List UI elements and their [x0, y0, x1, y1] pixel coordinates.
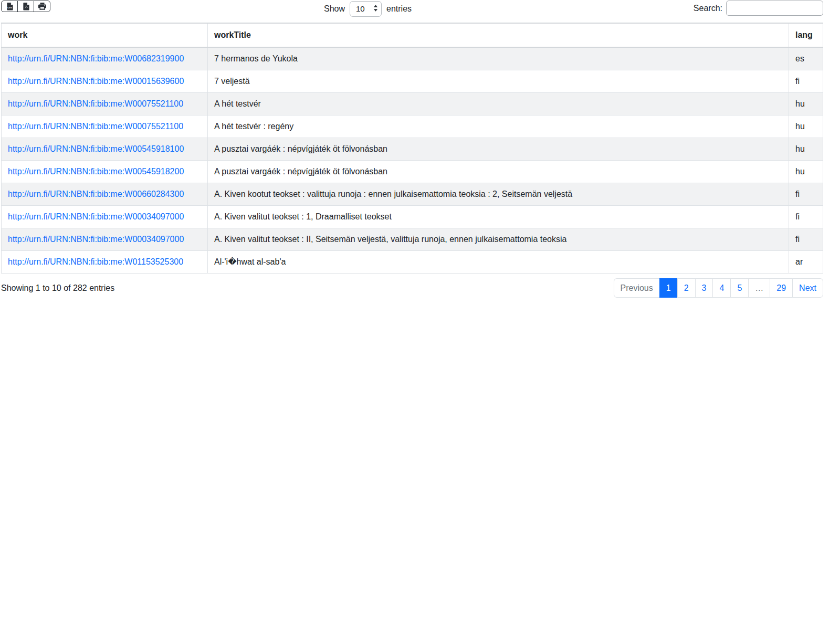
- pagination-next[interactable]: Next: [792, 278, 823, 298]
- print-button[interactable]: [34, 1, 50, 12]
- work-link[interactable]: http://urn.fi/URN:NBN:fi:bib:me:W0003409…: [8, 235, 184, 244]
- column-header-work[interactable]: work: [2, 23, 208, 47]
- lang-cell: hu: [789, 161, 823, 183]
- column-header-lang[interactable]: lang: [789, 23, 823, 47]
- work-cell: http://urn.fi/URN:NBN:fi:bib:me:W0007552…: [2, 93, 208, 116]
- worktitle-cell: A. Kiven valitut teokset : 1, Draamallis…: [208, 206, 789, 228]
- work-link[interactable]: http://urn.fi/URN:NBN:fi:bib:me:W0066028…: [8, 190, 184, 198]
- work-link[interactable]: http://urn.fi/URN:NBN:fi:bib:me:W0007552…: [8, 99, 183, 108]
- table-footer: Showing 1 to 10 of 282 entries Previous1…: [1, 278, 823, 298]
- pagination-previous[interactable]: Previous: [614, 278, 660, 298]
- table-row: http://urn.fi/URN:NBN:fi:bib:me:W0054591…: [2, 138, 823, 161]
- export-button-group: csv: [1, 1, 50, 12]
- column-header-worktitle[interactable]: workTitle: [208, 23, 789, 47]
- work-link[interactable]: http://urn.fi/URN:NBN:fi:bib:me:W0007552…: [8, 122, 183, 131]
- work-cell: http://urn.fi/URN:NBN:fi:bib:me:W0066028…: [2, 183, 208, 206]
- lang-cell: fi: [789, 228, 823, 251]
- worktitle-cell: A. Kiven valitut teokset : II, Seitsemän…: [208, 228, 789, 251]
- pagination-next-item: Next: [793, 278, 823, 298]
- pagination-page-2-item: 2: [678, 278, 696, 298]
- worktitle-cell: 7 veljestä: [208, 70, 789, 93]
- pagination-page-29[interactable]: 29: [770, 278, 793, 298]
- page-length-control: Show 10 entries: [324, 0, 412, 17]
- search-control: Search:: [694, 1, 823, 16]
- export-csv-button[interactable]: csv: [1, 1, 18, 12]
- pagination-page-29-item: 29: [770, 278, 793, 298]
- search-label: Search:: [694, 4, 722, 13]
- pagination-ellipsis-item: …: [749, 278, 770, 298]
- table-row: http://urn.fi/URN:NBN:fi:bib:me:W0007552…: [2, 116, 823, 138]
- table-header: work workTitle lang: [2, 23, 823, 47]
- lang-cell: hu: [789, 93, 823, 116]
- table-body: http://urn.fi/URN:NBN:fi:bib:me:W0068231…: [2, 47, 823, 274]
- table-row: http://urn.fi/URN:NBN:fi:bib:me:W0007552…: [2, 93, 823, 116]
- datatable-container: csv: [1, 0, 823, 298]
- lang-cell: ar: [789, 251, 823, 274]
- worktitle-cell: A pusztai vargáék : népvígjáték öt fölvo…: [208, 138, 789, 161]
- worktitle-cell: Al-'i�hwat al-sab'a: [208, 251, 789, 274]
- work-link[interactable]: http://urn.fi/URN:NBN:fi:bib:me:W0054591…: [8, 144, 184, 153]
- search-input[interactable]: [726, 1, 823, 16]
- lang-cell: fi: [789, 206, 823, 228]
- work-link[interactable]: http://urn.fi/URN:NBN:fi:bib:me:W0001563…: [8, 77, 184, 86]
- worktitle-cell: 7 hermanos de Yukola: [208, 47, 789, 70]
- svg-text:csv: csv: [7, 6, 12, 9]
- pagination-page-3-item: 3: [696, 278, 713, 298]
- entries-info-text: Showing 1 to 10 of 282 entries: [1, 284, 114, 293]
- works-table: work workTitle lang http://urn.fi/URN:NB…: [1, 23, 823, 274]
- work-cell: http://urn.fi/URN:NBN:fi:bib:me:W0003409…: [2, 206, 208, 228]
- header-row: work workTitle lang: [2, 23, 823, 47]
- table-row: http://urn.fi/URN:NBN:fi:bib:me:W0003409…: [2, 206, 823, 228]
- pagination-page-3[interactable]: 3: [695, 278, 713, 298]
- page-length-suffix-label: entries: [386, 4, 412, 14]
- page-length-select[interactable]: 10: [350, 1, 382, 17]
- lang-cell: fi: [789, 70, 823, 93]
- page-length-select-wrap: 10: [350, 1, 382, 17]
- work-cell: http://urn.fi/URN:NBN:fi:bib:me:W0003409…: [2, 228, 208, 251]
- csv-file-icon: csv: [6, 2, 14, 10]
- pagination-page-1-item: 1: [660, 278, 678, 298]
- table-row: http://urn.fi/URN:NBN:fi:bib:me:W0054591…: [2, 161, 823, 183]
- table-row: http://urn.fi/URN:NBN:fi:bib:me:W0068231…: [2, 47, 823, 70]
- pagination: Previous12345…29Next: [614, 278, 823, 298]
- work-link[interactable]: http://urn.fi/URN:NBN:fi:bib:me:W0115352…: [8, 257, 183, 266]
- pagination-page-2[interactable]: 2: [677, 278, 696, 298]
- lang-cell: hu: [789, 116, 823, 138]
- lang-cell: es: [789, 47, 823, 70]
- pagination-page-5[interactable]: 5: [730, 278, 749, 298]
- pagination-page-5-item: 5: [731, 278, 749, 298]
- printer-icon: [38, 2, 47, 10]
- pagination-page-4[interactable]: 4: [712, 278, 731, 298]
- pagination-page-4-item: 4: [713, 278, 731, 298]
- table-row: http://urn.fi/URN:NBN:fi:bib:me:W0001563…: [2, 70, 823, 93]
- table-row: http://urn.fi/URN:NBN:fi:bib:me:W0115352…: [2, 251, 823, 274]
- work-cell: http://urn.fi/URN:NBN:fi:bib:me:W0054591…: [2, 138, 208, 161]
- worktitle-cell: A hét testvér : regény: [208, 116, 789, 138]
- work-cell: http://urn.fi/URN:NBN:fi:bib:me:W0115352…: [2, 251, 208, 274]
- worktitle-cell: A hét testvér: [208, 93, 789, 116]
- worktitle-cell: A. Kiven kootut teokset : valittuja runo…: [208, 183, 789, 206]
- lang-cell: fi: [789, 183, 823, 206]
- work-cell: http://urn.fi/URN:NBN:fi:bib:me:W0007552…: [2, 116, 208, 138]
- work-link[interactable]: http://urn.fi/URN:NBN:fi:bib:me:W0054591…: [8, 167, 184, 176]
- pagination-page-1[interactable]: 1: [659, 278, 678, 298]
- work-link[interactable]: http://urn.fi/URN:NBN:fi:bib:me:W0003409…: [8, 212, 184, 221]
- worktitle-cell: A pusztai vargáék : népvígjáték öt fölvo…: [208, 161, 789, 183]
- table-row: http://urn.fi/URN:NBN:fi:bib:me:W0003409…: [2, 228, 823, 251]
- page-length-prefix-label: Show: [324, 4, 345, 14]
- pdf-file-icon: [22, 2, 30, 10]
- work-cell: http://urn.fi/URN:NBN:fi:bib:me:W0001563…: [2, 70, 208, 93]
- lang-cell: hu: [789, 138, 823, 161]
- table-toolbar: csv: [1, 0, 823, 23]
- work-cell: http://urn.fi/URN:NBN:fi:bib:me:W0068231…: [2, 47, 208, 70]
- export-pdf-button[interactable]: [17, 1, 34, 12]
- table-row: http://urn.fi/URN:NBN:fi:bib:me:W0066028…: [2, 183, 823, 206]
- pagination-previous-item: Previous: [614, 278, 660, 298]
- pagination-ellipsis: …: [748, 278, 770, 298]
- work-link[interactable]: http://urn.fi/URN:NBN:fi:bib:me:W0068231…: [8, 54, 184, 63]
- work-cell: http://urn.fi/URN:NBN:fi:bib:me:W0054591…: [2, 161, 208, 183]
